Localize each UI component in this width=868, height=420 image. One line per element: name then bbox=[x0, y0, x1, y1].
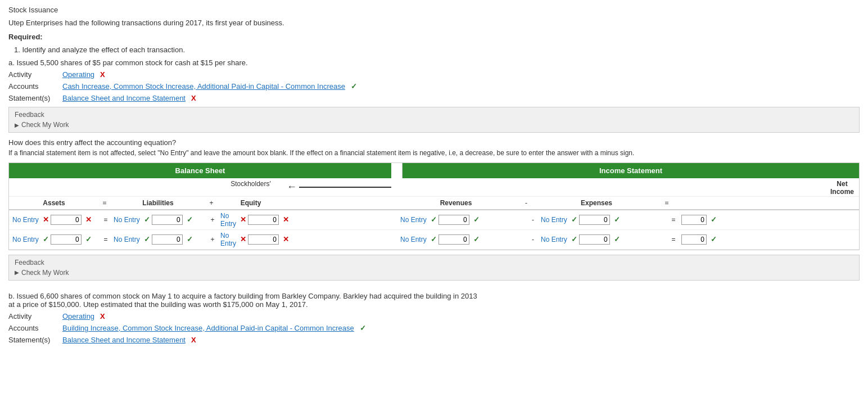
liab-entry-link[interactable]: No Entry bbox=[114, 216, 140, 224]
accounts2-value[interactable]: Building Increase, Common Stock Increase… bbox=[62, 324, 354, 332]
accounting-table: Balance Sheet Income Statement Stockhold… bbox=[8, 162, 860, 250]
required-label: Required: bbox=[8, 33, 860, 41]
statements2-value[interactable]: Balance Sheet and Income Statement bbox=[62, 336, 186, 344]
assets-input[interactable] bbox=[51, 234, 82, 245]
intro-text: Utep Enterprises had the following trans… bbox=[8, 19, 860, 27]
table-header-row: Balance Sheet Income Statement bbox=[9, 163, 859, 178]
activity2-row: Activity Operating X bbox=[8, 312, 860, 320]
item-a-label: a. bbox=[8, 58, 15, 67]
feedback-section-1: Feedback Check My Work bbox=[8, 107, 860, 133]
activity-status: X bbox=[100, 70, 105, 79]
col-equity-header: Equity bbox=[217, 199, 284, 207]
check-my-work-2[interactable]: Check My Work bbox=[15, 269, 853, 277]
assets-entry-link[interactable]: No Entry bbox=[12, 236, 39, 243]
item1-text: 1. Identify and analyze the effect of ea… bbox=[14, 46, 860, 54]
assets-val-status: ✕ bbox=[85, 215, 92, 224]
how-does-text: How does this entry affect the accountin… bbox=[8, 138, 860, 147]
assets-status: ✓ bbox=[43, 235, 49, 243]
activity-label: Activity bbox=[8, 70, 59, 79]
col-headers: Assets = Liabilities + Equity Revenues -… bbox=[9, 197, 859, 210]
col-plus-header: + bbox=[206, 199, 217, 207]
bs-header: Balance Sheet bbox=[9, 163, 391, 178]
statements2-label: Statement(s) bbox=[8, 336, 59, 344]
activity2-label: Activity bbox=[8, 312, 59, 320]
table-data-rows: No Entry ✕ ✕ = No Entry ✓ ✓ + No Entry ✕… bbox=[9, 210, 859, 250]
check-my-work-1[interactable]: Check My Work bbox=[15, 121, 853, 129]
exp-entry-link[interactable]: No Entry bbox=[541, 216, 567, 224]
liab-entry-link[interactable]: No Entry bbox=[114, 236, 140, 243]
ni-input[interactable] bbox=[681, 215, 707, 225]
accounts-status: ✓ bbox=[351, 82, 357, 91]
col-eq-header: = bbox=[99, 199, 110, 207]
statements-label: Statement(s) bbox=[8, 94, 59, 102]
table-row: No Entry ✕ ✕ = No Entry ✓ ✓ + No Entry ✕… bbox=[9, 210, 859, 230]
statements-status: X bbox=[191, 94, 196, 102]
instruction-text: If a financial statement item is not aff… bbox=[8, 149, 860, 157]
equity-input[interactable] bbox=[248, 215, 279, 225]
statements2-status: X bbox=[191, 336, 196, 344]
table-row: No Entry ✓ ✓ = No Entry ✓ ✓ + No Entry ✕… bbox=[9, 230, 859, 250]
activity-row: Activity Operating X bbox=[8, 70, 860, 79]
equity-entry-link[interactable]: No Entry bbox=[220, 212, 236, 228]
accounts-label: Accounts bbox=[8, 82, 59, 91]
feedback-section-2: Feedback Check My Work bbox=[8, 255, 860, 281]
rev-entry-link[interactable]: No Entry bbox=[400, 216, 427, 224]
exp-entry-link[interactable]: No Entry bbox=[541, 236, 567, 243]
accounts2-status: ✓ bbox=[360, 324, 366, 332]
assets-status: ✕ bbox=[43, 215, 49, 224]
rev-input[interactable] bbox=[438, 215, 469, 225]
item-b-text: b. Issued 6,600 shares of common stock o… bbox=[8, 292, 860, 309]
rev-input[interactable] bbox=[438, 234, 469, 245]
net-income-label: NetIncome bbox=[825, 178, 859, 196]
ni-input[interactable] bbox=[681, 234, 707, 245]
stockholders-label: Stockholders' bbox=[217, 178, 284, 196]
accounts-value[interactable]: Cash Increase, Common Stock Increase, Ad… bbox=[62, 82, 345, 91]
item-a-description: Issued 5,500 shares of $5 par common sto… bbox=[16, 58, 247, 67]
col-minus-header: - bbox=[521, 199, 532, 207]
statements2-row: Statement(s) Balance Sheet and Income St… bbox=[8, 336, 860, 344]
accounts2-label: Accounts bbox=[8, 324, 59, 332]
assets-val-status: ✓ bbox=[85, 235, 92, 243]
equity-entry-link[interactable]: No Entry bbox=[220, 232, 236, 247]
liab-input[interactable] bbox=[152, 215, 183, 225]
arrow-icon: ← bbox=[287, 181, 297, 193]
item-b-description: b. Issued 6,600 shares of common stock o… bbox=[8, 292, 477, 309]
col-assets-header: Assets bbox=[9, 199, 99, 207]
feedback-label-1: Feedback bbox=[15, 111, 853, 119]
accounts2-row: Accounts Building Increase, Common Stock… bbox=[8, 324, 860, 332]
statements-row: Statement(s) Balance Sheet and Income St… bbox=[8, 94, 860, 102]
assets-entry-link[interactable]: No Entry bbox=[12, 216, 39, 224]
liab-input[interactable] bbox=[152, 234, 183, 245]
section-b: b. Issued 6,600 shares of common stock o… bbox=[8, 292, 860, 344]
activity-value[interactable]: Operating bbox=[62, 70, 94, 79]
feedback-label-2: Feedback bbox=[15, 259, 853, 267]
item-a-text: a. Issued 5,500 shares of $5 par common … bbox=[8, 58, 860, 67]
subheader-row: Stockholders' ← NetIncome bbox=[9, 178, 859, 197]
equity-input[interactable] bbox=[248, 234, 279, 245]
exp-input[interactable] bbox=[579, 234, 610, 245]
activity2-status: X bbox=[100, 312, 105, 320]
accounts-row: Accounts Cash Increase, Common Stock Inc… bbox=[8, 82, 860, 91]
activity2-value[interactable]: Operating bbox=[62, 312, 94, 320]
exp-input[interactable] bbox=[579, 215, 610, 225]
is-header: Income Statement bbox=[403, 163, 859, 178]
rev-entry-link[interactable]: No Entry bbox=[400, 236, 427, 243]
assets-input[interactable] bbox=[51, 215, 82, 225]
col-expenses-header: Expenses bbox=[532, 199, 661, 207]
col-eq2-header: = bbox=[661, 199, 672, 207]
col-revenues-header: Revenues bbox=[391, 199, 521, 207]
statements-value[interactable]: Balance Sheet and Income Statement bbox=[62, 94, 186, 102]
col-liab-header: Liabilities bbox=[110, 199, 206, 207]
page-title: Stock Issuance bbox=[8, 6, 860, 14]
item-a-container: a. Issued 5,500 shares of $5 par common … bbox=[8, 58, 860, 67]
